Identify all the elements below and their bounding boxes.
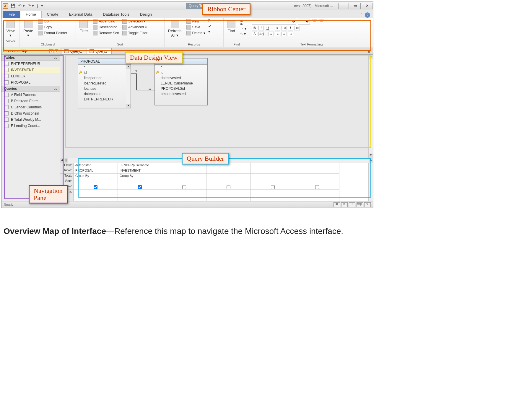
bullets-icon[interactable]: ≔ [312,19,317,24]
show-checkbox[interactable] [182,185,186,189]
grid-cell-criteria[interactable] [295,190,339,195]
show-checkbox[interactable] [138,185,142,189]
align-left-button[interactable]: ≡ [269,32,274,36]
nav-table-item[interactable]: INVESTMENT [1,67,60,73]
field-item[interactable]: fieldpartner [78,75,131,81]
field-star[interactable]: * [155,65,207,70]
nav-query-item[interactable]: C Lender Countries [1,104,60,110]
decrease-indent-button[interactable]: ⇤ [275,26,280,30]
field-item[interactable]: dateposted [78,91,131,97]
scroll-down-icon[interactable]: ▼ [126,104,131,108]
toggle-filter-button[interactable]: Toggle Filter [122,30,147,36]
tab-database-tools[interactable]: Database Tools [97,11,134,18]
maximize-button[interactable]: ▭ [350,3,361,9]
close-tab-button[interactable]: ✕ [365,50,373,54]
more-button[interactable]: ▾ [208,29,211,34]
alt-gridlines-icon[interactable]: ⊞ [288,32,293,36]
field-pk[interactable]: id [155,70,207,75]
grid-cell-table[interactable]: INVESTMENT [118,168,162,174]
show-checkbox[interactable] [271,185,275,189]
grid-cell-field[interactable] [251,163,295,168]
grid-cell-show[interactable] [118,184,162,190]
grid-vscroll[interactable] [368,163,373,201]
grid-cell-show[interactable] [206,184,250,190]
font-size-select[interactable] [298,19,310,25]
design-vscroll[interactable]: ▲ ▼ [368,55,373,158]
design-surface[interactable]: PROPOSAL * id fieldpartnerloanrequestedl… [60,55,373,158]
nav-query-item[interactable]: E Total Weekly M... [1,117,60,123]
nav-query-item[interactable]: B Peruvian Entre... [1,98,60,104]
field-item[interactable]: loanrequested [78,81,131,86]
ascending-button[interactable]: Ascending [93,19,119,24]
help-icon[interactable]: ? [365,12,370,18]
grid-cell-table[interactable] [295,168,339,174]
field-item[interactable]: LENDER$username [155,81,207,86]
cut-button[interactable]: Cut [38,19,67,24]
new-button[interactable]: New [186,19,205,24]
advanced-button[interactable]: Advanced ▾ [122,25,147,30]
grid-cell-total[interactable]: Group By [118,174,162,179]
scroll-right-icon[interactable]: ▶ [369,158,373,163]
goto-button[interactable]: → ▾ [240,26,246,31]
grid-cell-sort[interactable] [295,179,339,184]
nav-query-item[interactable]: D Ohio Wisconsin [1,110,60,117]
design-view-button[interactable]: ✎ [364,202,371,207]
field-item[interactable]: dateinvested [155,75,207,81]
tab-design[interactable]: Design [135,11,157,18]
save-button[interactable]: Save [186,25,205,30]
copy-button[interactable]: Copy [38,25,67,30]
grid-column[interactable] [295,163,339,201]
selection-button[interactable]: Selection ▾ [122,19,147,24]
grid-cell-total[interactable] [206,174,250,179]
pivot-view-button[interactable]: ⊞ [341,202,348,207]
grid-cell-table[interactable]: PROPOSAL [74,168,118,174]
table-investment[interactable]: INVESTMENT * id dateinvestedLENDER$usern… [154,58,208,105]
grid-column[interactable] [206,163,251,201]
nav-query-item[interactable]: F Lending Count... [1,123,60,129]
refresh-all-button[interactable]: Refresh All ▾ [166,19,183,39]
font-color-button[interactable]: A [252,32,257,36]
scrollbar[interactable]: ▲ ▼ [126,65,131,108]
grid-cell-total[interactable] [295,174,339,179]
view-button[interactable]: View ▾ [3,19,18,39]
spelling-button[interactable]: ✔ [208,24,211,29]
nav-section-tables[interactable]: Tables︽ [1,55,60,61]
query-grid[interactable]: Field: Table: Total: Sort: Show: Criteri… [60,163,373,201]
grid-cell-criteria[interactable] [206,190,250,195]
totals-button[interactable]: Σ [208,19,211,23]
paragraph-icon[interactable]: ¶ [288,26,293,30]
qat-save-icon[interactable]: 💾 [10,4,16,8]
select-button[interactable]: ↖ ▾ [240,32,246,36]
scroll-up-icon[interactable]: ▲ [369,55,373,59]
grid-column[interactable]: LENDER$usernameINVESTMENTGroup By [118,163,162,201]
nav-table-item[interactable]: LENDER [1,73,60,79]
collapse-ribbon-icon[interactable]: ˄ [360,12,362,18]
scroll-up-icon[interactable]: ▲ [126,65,131,69]
datasheet-view-button[interactable]: ▦ [333,202,340,207]
close-button[interactable]: ✕ [362,3,372,9]
grid-cell-table[interactable] [162,168,206,174]
nav-collapse-icon[interactable]: « [55,49,58,53]
grid-column[interactable]: datepostedPROPOSALGroup By [74,163,118,201]
split-handle-icon[interactable]: ‖ [64,158,68,163]
nav-table-item[interactable]: ENTREPRENEUR [1,61,60,67]
grid-cell-show[interactable] [74,184,118,190]
increase-indent-button[interactable]: ⇥ [282,26,287,30]
grid-cell-sort[interactable] [118,179,162,184]
field-item[interactable]: amountinvested [155,91,207,97]
font-name-select[interactable] [252,19,296,25]
nav-dropdown-icon[interactable]: ⌄ [49,49,53,53]
tab-file[interactable]: File [3,11,20,18]
qat-undo-icon[interactable]: ↶ ▾ [17,4,26,8]
grid-cell-total[interactable] [162,174,206,179]
replace-button[interactable]: abac [240,19,246,26]
doc-tab-query1[interactable]: Query1 [62,48,86,54]
doc-tab-query2[interactable]: Query2 [87,48,111,54]
bold-button[interactable]: B [252,26,257,30]
grid-column[interactable] [251,163,295,201]
field-item[interactable]: PROPOSAL$id [155,86,207,91]
sql-view-button[interactable]: SQL [357,202,363,207]
grid-cell-sort[interactable] [162,179,206,184]
numbering-icon[interactable]: ≕ [319,19,324,24]
grid-cell-criteria[interactable] [251,190,295,195]
